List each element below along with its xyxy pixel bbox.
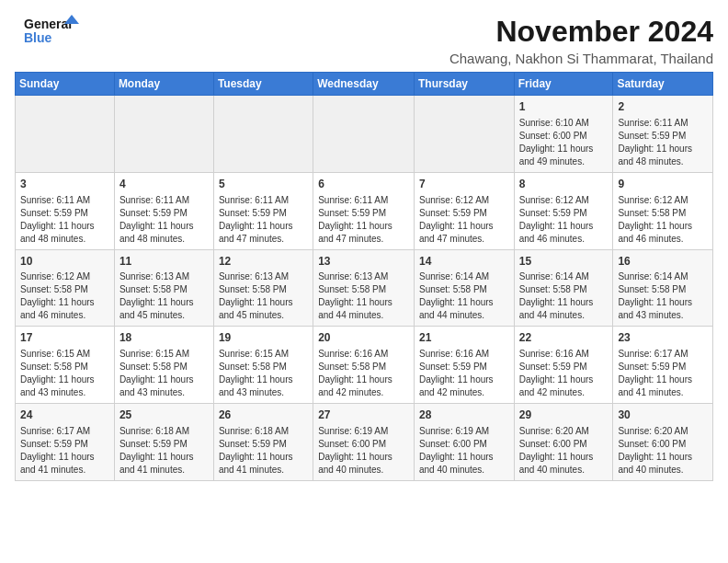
calendar-header-row: SundayMondayTuesdayWednesdayThursdayFrid…: [16, 73, 713, 96]
calendar-cell: 7Sunrise: 6:12 AMSunset: 5:59 PMDaylight…: [414, 172, 514, 249]
day-number: 17: [20, 330, 109, 346]
day-number: 1: [519, 99, 609, 115]
day-info: Sunrise: 6:20 AMSunset: 6:00 PMDaylight:…: [618, 426, 692, 475]
day-number: 26: [219, 408, 308, 423]
month-title: November 2024: [449, 15, 713, 49]
day-number: 22: [519, 330, 609, 346]
day-info: Sunrise: 6:13 AMSunset: 5:58 PMDaylight:…: [318, 271, 392, 320]
logo: General Blue: [15, 15, 88, 48]
calendar-week-2: 3Sunrise: 6:11 AMSunset: 5:59 PMDaylight…: [16, 172, 713, 249]
day-info: Sunrise: 6:14 AMSunset: 5:58 PMDaylight:…: [618, 271, 692, 320]
calendar-cell: 28Sunrise: 6:19 AMSunset: 6:00 PMDayligh…: [414, 404, 514, 481]
day-info: Sunrise: 6:13 AMSunset: 5:58 PMDaylight:…: [119, 271, 194, 320]
day-info: Sunrise: 6:11 AMSunset: 5:59 PMDaylight:…: [119, 195, 194, 244]
calendar-cell: 30Sunrise: 6:20 AMSunset: 6:00 PMDayligh…: [613, 404, 713, 481]
day-number: 23: [618, 330, 708, 346]
day-info: Sunrise: 6:19 AMSunset: 6:00 PMDaylight:…: [318, 426, 392, 475]
day-info: Sunrise: 6:10 AMSunset: 6:00 PMDaylight:…: [519, 118, 594, 167]
day-header-saturday: Saturday: [613, 73, 713, 96]
day-number: 2: [618, 99, 708, 115]
day-number: 12: [219, 254, 308, 270]
day-header-tuesday: Tuesday: [213, 73, 313, 96]
day-info: Sunrise: 6:14 AMSunset: 5:58 PMDaylight:…: [419, 271, 494, 320]
day-header-wednesday: Wednesday: [313, 73, 415, 96]
calendar-week-4: 17Sunrise: 6:15 AMSunset: 5:58 PMDayligh…: [16, 327, 713, 404]
logo-svg: General Blue: [15, 15, 88, 48]
day-number: 9: [618, 177, 708, 192]
calendar-cell: 2Sunrise: 6:11 AMSunset: 5:59 PMDaylight…: [613, 96, 713, 173]
calendar-cell: 8Sunrise: 6:12 AMSunset: 5:59 PMDaylight…: [514, 172, 613, 249]
day-number: 18: [119, 330, 209, 346]
day-number: 3: [20, 177, 109, 192]
calendar-week-3: 10Sunrise: 6:12 AMSunset: 5:58 PMDayligh…: [16, 249, 713, 327]
calendar-table: SundayMondayTuesdayWednesdayThursdayFrid…: [15, 72, 713, 481]
calendar-cell: 16Sunrise: 6:14 AMSunset: 5:58 PMDayligh…: [613, 249, 713, 327]
day-number: 20: [318, 330, 409, 346]
day-number: 19: [219, 330, 308, 346]
day-info: Sunrise: 6:18 AMSunset: 5:59 PMDaylight:…: [119, 426, 194, 475]
day-info: Sunrise: 6:11 AMSunset: 5:59 PMDaylight:…: [318, 195, 392, 244]
day-header-thursday: Thursday: [414, 73, 514, 96]
calendar-cell: 22Sunrise: 6:16 AMSunset: 5:59 PMDayligh…: [514, 327, 613, 404]
calendar-cell: 4Sunrise: 6:11 AMSunset: 5:59 PMDaylight…: [114, 172, 213, 249]
calendar-cell: 5Sunrise: 6:11 AMSunset: 5:59 PMDaylight…: [213, 172, 313, 249]
day-number: 6: [318, 177, 409, 192]
calendar-week-5: 24Sunrise: 6:17 AMSunset: 5:59 PMDayligh…: [16, 404, 713, 481]
calendar-cell: 9Sunrise: 6:12 AMSunset: 5:58 PMDaylight…: [613, 172, 713, 249]
day-info: Sunrise: 6:19 AMSunset: 6:00 PMDaylight:…: [419, 426, 494, 475]
calendar-cell: 1Sunrise: 6:10 AMSunset: 6:00 PMDaylight…: [514, 96, 613, 173]
day-number: 16: [618, 254, 708, 270]
page-header: General Blue November 2024 Chawang, Nakh…: [15, 15, 713, 66]
day-info: Sunrise: 6:18 AMSunset: 5:59 PMDaylight:…: [219, 426, 293, 475]
calendar-cell: [16, 96, 115, 173]
calendar-cell: 14Sunrise: 6:14 AMSunset: 5:58 PMDayligh…: [414, 249, 514, 327]
calendar-cell: 29Sunrise: 6:20 AMSunset: 6:00 PMDayligh…: [514, 404, 613, 481]
day-number: 11: [119, 254, 209, 270]
day-header-monday: Monday: [114, 73, 213, 96]
day-info: Sunrise: 6:16 AMSunset: 5:58 PMDaylight:…: [318, 349, 392, 397]
day-info: Sunrise: 6:15 AMSunset: 5:58 PMDaylight:…: [119, 349, 194, 397]
calendar-cell: 19Sunrise: 6:15 AMSunset: 5:58 PMDayligh…: [213, 327, 313, 404]
calendar-cell: 6Sunrise: 6:11 AMSunset: 5:59 PMDaylight…: [313, 172, 415, 249]
calendar-cell: 17Sunrise: 6:15 AMSunset: 5:58 PMDayligh…: [16, 327, 115, 404]
day-number: 29: [519, 408, 609, 423]
day-number: 7: [419, 177, 509, 192]
calendar-cell: [414, 96, 514, 173]
calendar-week-1: 1Sunrise: 6:10 AMSunset: 6:00 PMDaylight…: [16, 96, 713, 173]
day-info: Sunrise: 6:11 AMSunset: 5:59 PMDaylight:…: [219, 195, 293, 244]
calendar-cell: 18Sunrise: 6:15 AMSunset: 5:58 PMDayligh…: [114, 327, 213, 404]
day-info: Sunrise: 6:15 AMSunset: 5:58 PMDaylight:…: [20, 349, 95, 397]
day-number: 24: [20, 408, 109, 423]
day-info: Sunrise: 6:15 AMSunset: 5:58 PMDaylight:…: [219, 349, 293, 397]
day-info: Sunrise: 6:14 AMSunset: 5:58 PMDaylight:…: [519, 271, 594, 320]
day-number: 21: [419, 330, 509, 346]
day-info: Sunrise: 6:12 AMSunset: 5:59 PMDaylight:…: [519, 195, 594, 244]
calendar-cell: 10Sunrise: 6:12 AMSunset: 5:58 PMDayligh…: [16, 249, 115, 327]
calendar-cell: 11Sunrise: 6:13 AMSunset: 5:58 PMDayligh…: [114, 249, 213, 327]
day-info: Sunrise: 6:12 AMSunset: 5:59 PMDaylight:…: [419, 195, 494, 244]
calendar-cell: 20Sunrise: 6:16 AMSunset: 5:58 PMDayligh…: [313, 327, 415, 404]
day-number: 15: [519, 254, 609, 270]
day-number: 14: [419, 254, 509, 270]
day-number: 4: [119, 177, 209, 192]
day-info: Sunrise: 6:11 AMSunset: 5:59 PMDaylight:…: [20, 195, 95, 244]
calendar-cell: 25Sunrise: 6:18 AMSunset: 5:59 PMDayligh…: [114, 404, 213, 481]
day-number: 25: [119, 408, 209, 423]
calendar-cell: 21Sunrise: 6:16 AMSunset: 5:59 PMDayligh…: [414, 327, 514, 404]
day-number: 10: [20, 254, 109, 270]
calendar-cell: 15Sunrise: 6:14 AMSunset: 5:58 PMDayligh…: [514, 249, 613, 327]
calendar-cell: 23Sunrise: 6:17 AMSunset: 5:59 PMDayligh…: [613, 327, 713, 404]
calendar-cell: 27Sunrise: 6:19 AMSunset: 6:00 PMDayligh…: [313, 404, 415, 481]
calendar-cell: [313, 96, 415, 173]
day-number: 27: [318, 408, 409, 423]
day-header-friday: Friday: [514, 73, 613, 96]
day-number: 5: [219, 177, 308, 192]
day-info: Sunrise: 6:12 AMSunset: 5:58 PMDaylight:…: [20, 271, 95, 320]
calendar-cell: 12Sunrise: 6:13 AMSunset: 5:58 PMDayligh…: [213, 249, 313, 327]
day-info: Sunrise: 6:12 AMSunset: 5:58 PMDaylight:…: [618, 195, 692, 244]
day-info: Sunrise: 6:11 AMSunset: 5:59 PMDaylight:…: [618, 118, 692, 167]
day-number: 28: [419, 408, 509, 423]
day-info: Sunrise: 6:20 AMSunset: 6:00 PMDaylight:…: [519, 426, 594, 475]
day-header-sunday: Sunday: [16, 73, 115, 96]
title-block: November 2024 Chawang, Nakhon Si Thammar…: [449, 15, 713, 66]
